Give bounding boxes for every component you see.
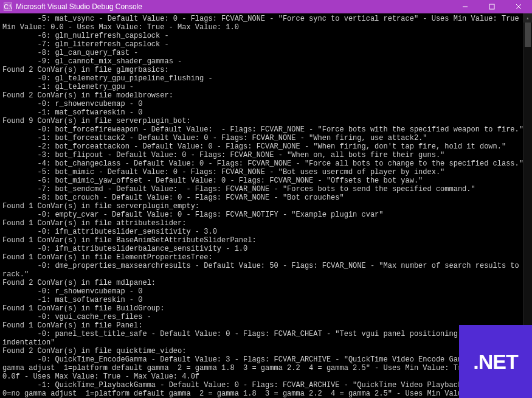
console-line: -1: mat_softwareskin - 0 — [2, 108, 530, 117]
console-line: Found 1 ConVar(s) in file ElementPropert… — [2, 253, 530, 262]
maximize-button[interactable] — [478, 0, 505, 13]
console-line: -1: mat_softwareskin - 0 — [2, 296, 530, 304]
console-line: -1: QuickTime_PlaybackGamma - Default Va… — [2, 381, 530, 398]
console-line: -1: gl_telemetry_gpu - — [2, 83, 530, 91]
console-line: -7: glm_literefresh_capslock - — [2, 40, 530, 49]
console-line: Found 2 ConVar(s) in file glmgrbasics: — [2, 66, 530, 74]
console-line: -0: bot_forcefireweapon - Default Value:… — [2, 125, 530, 134]
console-line: Found 2 ConVar(s) in file mdlpanel: — [2, 279, 530, 287]
console-line: -0: panel_test_title_safe - Default Valu… — [2, 330, 530, 347]
console-line: Found 1 ConVar(s) in file BuildGroup: — [2, 304, 530, 313]
console-line: -0: gl_telemetry_gpu_pipeline_flushing - — [2, 74, 530, 83]
console-line: Found 2 ConVar(s) in file quicktime_vide… — [2, 347, 530, 355]
console-line: -6: bot_mimic_yaw_offset - Default Value… — [2, 176, 530, 185]
window-controls — [452, 0, 532, 13]
console-line: Found 1 ConVar(s) in file serverplugin_e… — [2, 202, 530, 211]
console-line: Found 1 ConVar(s) in file BaseAnimSetAtt… — [2, 236, 530, 245]
console-line: -5: mat_vsync - Default Value: 0 - Flags… — [2, 15, 530, 32]
console-line: -0: dme_properties_maxsearchresults - De… — [2, 262, 530, 279]
svg-rect-1 — [489, 4, 494, 9]
console-output: -5: mat_vsync - Default Value: 0 - Flags… — [0, 13, 532, 398]
minimize-button[interactable] — [452, 0, 478, 13]
scroll-up-button[interactable]: ▴ — [523, 13, 532, 23]
console-line: -0: r_showenvcubemap - 0 — [2, 100, 530, 108]
console-line: -8: gl_can_query_fast - — [2, 49, 530, 57]
console-line: -0: vgui_cache_res_files - — [2, 313, 530, 321]
window-title: Microsoft Visual Studio Debug Console — [16, 2, 452, 11]
console-line: Found 2 ConVar(s) in file modelbrowser: — [2, 91, 530, 100]
console-line: -7: bot_sendcmd - Default Value: - Flags… — [2, 185, 530, 194]
console-line: -2: bot_forceattackon - Default Value: 0… — [2, 142, 530, 151]
console-line: -0: ifm_attributeslider_sensitivity - 3.… — [2, 228, 530, 236]
console-line: -4: bot_changeclass - Default Value: 0 -… — [2, 159, 530, 168]
console-line: Found 9 ConVar(s) in file serverplugin_b… — [2, 117, 530, 125]
console-line: -0: r_showenvcubemap - 0 — [2, 287, 530, 296]
console-line: Found 1 ConVar(s) in file Panel: — [2, 321, 530, 330]
console-line: -0: QuickTime_EncodeGamma - Default Valu… — [2, 355, 530, 381]
dotnet-logo: .NET — [459, 325, 532, 398]
console-line: -3: bot_flipout - Default Value: 0 - Fla… — [2, 151, 530, 159]
console-line: -0: ifm_attributesliderbalance_sensitivi… — [2, 245, 530, 253]
titlebar: C:\ Microsoft Visual Studio Debug Consol… — [0, 0, 532, 13]
console-line: -6: glm_nullrefresh_capslock - — [2, 32, 530, 40]
scroll-thumb[interactable] — [525, 23, 531, 47]
console-line: -9: gl_cannot_mix_shader_gammas - — [2, 57, 530, 66]
console-line: -5: bot_mimic - Default Value: 0 - Flags… — [2, 168, 530, 176]
console-line: -0: empty_cvar - Default Value: 0 - Flag… — [2, 211, 530, 219]
close-button[interactable] — [505, 0, 532, 13]
console-icon: C:\ — [4, 2, 12, 11]
console-line: Found 1 ConVar(s) in file attributeslide… — [2, 219, 530, 228]
console-line: -1: bot_forceattack2 - Default Value: 0 … — [2, 134, 530, 142]
console-line: -8: bot_crouch - Default Value: 0 - Flag… — [2, 194, 530, 202]
